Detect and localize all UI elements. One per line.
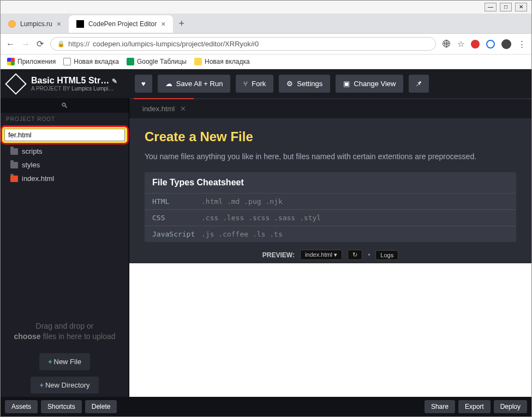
new-file-button[interactable]: +New File	[39, 353, 90, 370]
preview-refresh-button[interactable]: ↻	[348, 250, 362, 260]
fork-icon: ⑂	[243, 80, 248, 88]
sheets-icon	[127, 58, 134, 65]
address-bar[interactable]: 🔒 https://codepen.io/lumpics-lumpics/pro…	[50, 37, 436, 51]
gear-icon: ⚙	[286, 80, 293, 88]
button-label: Settings	[297, 80, 322, 88]
url-text: codepen.io/lumpics-lumpics/project/edito…	[93, 40, 259, 48]
bookmark-item[interactable]: Новая вкладка	[63, 58, 119, 65]
back-button[interactable]: ←	[6, 39, 15, 49]
new-file-name-input[interactable]	[4, 129, 125, 141]
tree-folder[interactable]: scripts	[1, 144, 129, 158]
bookmark-label: Google Таблицы	[137, 58, 187, 65]
button-label: New Directory	[45, 381, 90, 389]
tree-item-label: styles	[22, 161, 40, 169]
cheatsheet-row: HTML.html .md .pug .njk	[145, 193, 516, 209]
fork-button[interactable]: ⑂Fork	[236, 75, 273, 93]
window-minimize-button[interactable]: —	[485, 3, 497, 11]
cheat-label: CSS	[152, 214, 201, 222]
content-paragraph: You name files anything you like in here…	[145, 151, 516, 162]
browser-tab[interactable]: Lumpics.ru ×	[1, 15, 69, 33]
dropzone-choose-link[interactable]: choose	[14, 332, 41, 341]
shortcuts-button[interactable]: Shortcuts	[41, 400, 82, 413]
profile-avatar[interactable]	[501, 39, 511, 49]
preview-logs-button[interactable]: Logs	[375, 250, 398, 260]
cheatsheet-title: File Types Cheatsheet	[145, 172, 516, 193]
bookmark-item[interactable]: Google Таблицы	[127, 58, 187, 65]
favicon-icon	[8, 20, 16, 28]
button-label: Change View	[354, 80, 396, 88]
close-icon[interactable]: ×	[161, 20, 165, 28]
url-scheme: https://	[68, 40, 89, 48]
bookmark-label: Приложения	[17, 58, 56, 65]
pin-icon: 📌︎	[415, 80, 422, 88]
change-view-button[interactable]: ▣Change View	[336, 75, 403, 93]
extension-icon[interactable]	[486, 40, 495, 49]
cheat-label: HTML	[152, 197, 201, 206]
window-maximize-button[interactable]: □	[500, 3, 512, 11]
preview-pane	[129, 263, 531, 397]
project-title: Basic HTML5 Str…	[31, 76, 109, 85]
page-icon	[194, 58, 202, 65]
tree-folder[interactable]: styles	[1, 158, 129, 172]
preview-dot: •	[368, 251, 370, 259]
editor-tab[interactable]: index.html ✕	[134, 99, 195, 118]
deploy-button[interactable]: Deploy	[494, 400, 527, 413]
share-button[interactable]: Share	[425, 400, 455, 413]
forward-button[interactable]: →	[21, 39, 30, 49]
bookmark-label: Новая вкладка	[74, 58, 119, 65]
tab-title: Lumpics.ru	[20, 20, 52, 28]
tab-title: CodePen Project Editor	[88, 20, 157, 28]
heart-icon: ♥	[141, 80, 146, 88]
like-button[interactable]: ♥	[135, 75, 152, 93]
content-heading: Create a New File	[145, 129, 516, 144]
kebab-menu-icon[interactable]: ⋮	[518, 39, 526, 49]
tree-item-label: scripts	[22, 147, 43, 155]
cheat-exts: .html .md .pug .njk	[201, 197, 283, 206]
close-icon[interactable]: ✕	[180, 105, 186, 113]
cheat-exts: .js .coffee .ls .ts	[201, 230, 283, 238]
new-directory-button[interactable]: +New Directory	[31, 377, 98, 394]
bookmark-star-icon[interactable]: ☆	[457, 39, 464, 49]
project-by-label: A PROJECT BY	[31, 86, 71, 92]
project-author-link[interactable]: Lumpics Lumpi…	[71, 86, 113, 92]
lock-icon: 🔒	[57, 40, 65, 47]
favicon-icon	[76, 20, 84, 28]
browser-tab[interactable]: CodePen Project Editor ×	[69, 15, 174, 33]
html-file-icon	[10, 176, 18, 182]
close-icon[interactable]: ×	[57, 20, 61, 28]
cheat-exts: .css .less .scss .sass .styl	[201, 214, 321, 222]
reload-button[interactable]: ⟳	[37, 39, 44, 49]
cheat-label: JavaScript	[152, 230, 201, 238]
pin-button[interactable]: 📌︎	[409, 75, 429, 93]
layout-icon: ▣	[343, 80, 350, 88]
project-root-label: PROJECT ROOT	[1, 113, 129, 125]
search-icon: 🔍︎	[61, 101, 68, 110]
page-icon	[63, 58, 71, 65]
translate-icon[interactable]: 🌐︎	[443, 39, 451, 49]
codepen-logo-icon	[5, 73, 27, 95]
edit-title-icon[interactable]: ✎	[112, 77, 117, 85]
bookmark-apps[interactable]: Приложения	[7, 58, 56, 65]
settings-button[interactable]: ⚙Settings	[279, 75, 330, 93]
bookmark-item[interactable]: Новая вкладка	[194, 58, 250, 65]
assets-button[interactable]: Assets	[5, 400, 38, 413]
folder-icon	[10, 148, 18, 155]
window-close-button[interactable]: ✕	[515, 3, 527, 11]
cheatsheet-row: CSS.css .less .scss .sass .styl	[145, 209, 516, 226]
new-tab-button[interactable]: +	[173, 16, 190, 32]
export-button[interactable]: Export	[458, 400, 491, 413]
dropzone-text: files in here to upload	[41, 332, 116, 341]
save-run-button[interactable]: ☁Save All + Run	[158, 75, 231, 93]
editor-tab-label: index.html	[142, 105, 175, 113]
apps-icon	[7, 58, 15, 65]
tree-file[interactable]: index.html	[1, 172, 129, 185]
preview-file-select[interactable]: index.html ▾	[300, 250, 342, 260]
delete-button[interactable]: Delete	[85, 400, 117, 413]
cheatsheet-row: JavaScript.js .coffee .ls .ts	[145, 226, 516, 242]
folder-icon	[10, 162, 18, 168]
extension-icon[interactable]	[471, 40, 480, 49]
preview-label: PREVIEW:	[262, 251, 295, 259]
dropzone-text: Drag and drop or	[36, 322, 94, 330]
upload-dropzone[interactable]: Drag and drop or choose files in here to…	[1, 313, 129, 350]
sidebar-search[interactable]: 🔍︎	[1, 98, 129, 113]
